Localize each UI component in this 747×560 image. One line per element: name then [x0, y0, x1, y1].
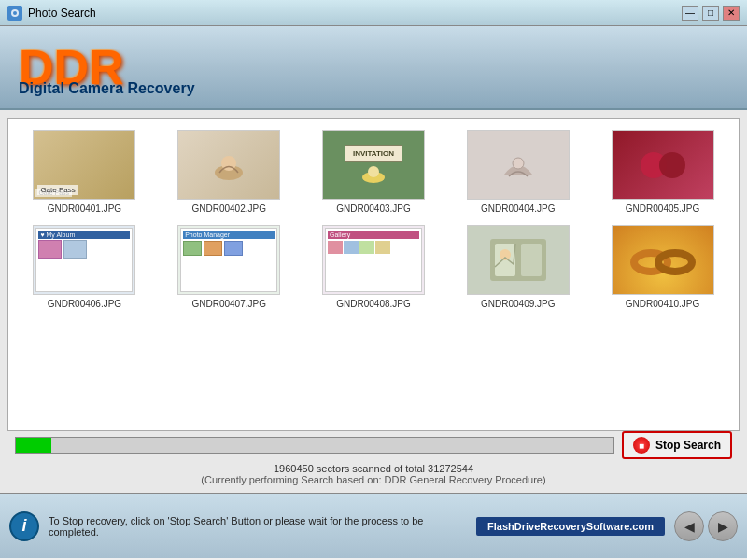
app-header: DDR Digital Camera Recovery	[0, 26, 747, 110]
file-name: GNDR00410.JPG	[626, 299, 699, 309]
close-button[interactable]: ✕	[723, 6, 740, 21]
list-item[interactable]: Photo Manager GNDR00407.JPG	[157, 217, 302, 313]
file-name: GNDR00402.JPG	[191, 203, 265, 214]
thumbnail	[467, 225, 570, 295]
svg-rect-12	[521, 244, 542, 276]
progress-text: 1960450 sectors scanned of total 3127254…	[15, 463, 732, 474]
file-name: GNDR00407.JPG	[191, 299, 265, 309]
app-icon	[7, 6, 22, 21]
list-item[interactable]: GNDR00409.JPG	[445, 217, 590, 313]
footer-info-text: To Stop recovery, click on 'Stop Search'…	[49, 515, 467, 538]
title-bar-left: Photo Search	[7, 6, 96, 21]
list-item[interactable]: GNDR00405.JPG	[590, 122, 735, 217]
svg-point-7	[513, 158, 524, 169]
list-item[interactable]: GNDR00402.JPG	[157, 122, 302, 217]
thumbnail: ♥ My Album	[33, 225, 135, 295]
stop-icon: ■	[633, 437, 650, 454]
website-link[interactable]: FlashDriveRecoverySoftware.com	[476, 517, 665, 536]
progress-bar-container	[15, 437, 614, 454]
navigation-buttons[interactable]: ◀ ▶	[674, 511, 738, 541]
svg-point-15	[658, 253, 692, 272]
title-bar-controls[interactable]: — □ ✕	[682, 6, 740, 21]
thumbnail	[612, 130, 714, 200]
thumbnail	[467, 130, 570, 200]
svg-point-13	[500, 249, 511, 260]
window-title: Photo Search	[28, 7, 96, 20]
nav-next-button[interactable]: ▶	[708, 511, 738, 541]
stop-search-button[interactable]: ■ Stop Search	[622, 431, 732, 459]
svg-point-9	[659, 152, 685, 178]
minimize-button[interactable]: —	[682, 6, 698, 21]
file-name: GNDR00406.JPG	[48, 299, 121, 309]
list-item[interactable]: ♥ My Album GNDR00406.JPG	[12, 217, 157, 313]
svg-point-2	[13, 11, 17, 15]
list-item[interactable]: INVITATION GNDR00403.JPG	[302, 122, 446, 217]
app-subtitle: Digital Camera Recovery	[19, 80, 195, 97]
list-item[interactable]: GNDR00404.JPG	[445, 122, 590, 217]
main-content: Gate Pass GNDR00401.JPG GNDR00402.JPG IN…	[0, 110, 747, 493]
progress-area: ■ Stop Search 1960450 sectors scanned of…	[7, 431, 740, 485]
svg-point-6	[368, 166, 379, 177]
list-item[interactable]: GNDR00410.JPG	[590, 217, 735, 313]
file-name: GNDR00404.JPG	[481, 203, 555, 214]
thumbnail: Gate Pass	[33, 130, 135, 200]
progress-bar-fill	[16, 438, 51, 453]
footer: i To Stop recovery, click on 'Stop Searc…	[0, 493, 747, 558]
file-name: GNDR00401.JPG	[48, 203, 121, 214]
nav-prev-button[interactable]: ◀	[674, 511, 704, 541]
file-name: GNDR00409.JPG	[481, 299, 555, 309]
stop-button-label: Stop Search	[655, 439, 721, 452]
thumbnail: Photo Manager	[177, 225, 280, 295]
thumbnail: Gallery	[322, 225, 425, 295]
thumbnail	[177, 130, 280, 200]
progress-status: (Currently performing Search based on: D…	[15, 474, 732, 485]
file-name: GNDR00405.JPG	[626, 203, 699, 214]
thumbnail: INVITATION	[322, 130, 425, 200]
list-item[interactable]: Gate Pass GNDR00401.JPG	[12, 122, 157, 217]
file-name: GNDR00403.JPG	[336, 203, 410, 214]
photo-grid: Gate Pass GNDR00401.JPG GNDR00402.JPG IN…	[8, 119, 739, 316]
file-name: GNDR00408.JPG	[336, 299, 410, 309]
title-bar: Photo Search — □ ✕	[0, 0, 747, 26]
list-item[interactable]: Gallery GNDR00408.JPG	[302, 217, 446, 313]
info-icon: i	[9, 511, 39, 541]
maximize-button[interactable]: □	[702, 6, 719, 21]
thumbnail	[612, 225, 714, 295]
photo-grid-container[interactable]: Gate Pass GNDR00401.JPG GNDR00402.JPG IN…	[7, 118, 740, 431]
progress-row: ■ Stop Search	[15, 431, 732, 459]
